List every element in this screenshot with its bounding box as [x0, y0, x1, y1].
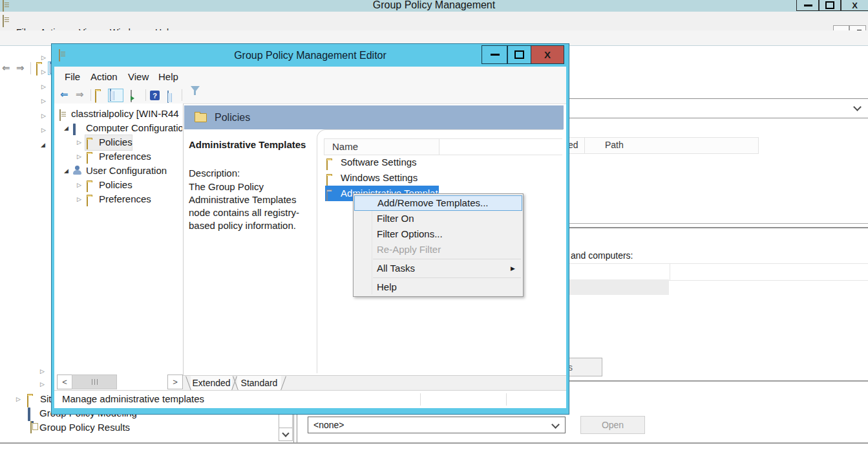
tree-expand-icon[interactable]: ▷	[41, 127, 46, 133]
tree-expand-icon[interactable]: ▷	[41, 54, 46, 61]
tree-node-preferences-user[interactable]: ▷ Preferences	[54, 192, 182, 206]
tree-root-node[interactable]: classtrialpolicy [WIN-R44	[54, 107, 182, 121]
menu-action[interactable]: Action	[88, 67, 120, 87]
menu-item-all-tasks[interactable]: All Tasks▶	[354, 261, 523, 276]
tree-expand-icon[interactable]: ▷	[40, 381, 45, 387]
export-list-icon[interactable]	[131, 90, 132, 102]
tree-expand-icon[interactable]: ▷	[77, 196, 81, 202]
tree-collapse-icon[interactable]: ◢	[64, 125, 69, 131]
description-line: based policy information.	[189, 219, 296, 232]
scrollbar-down-button[interactable]	[279, 428, 293, 441]
partial-button[interactable]: s	[565, 358, 602, 376]
column-header-blank[interactable]	[438, 138, 562, 155]
editor-menubar: File Action View Help	[54, 67, 566, 87]
main-menubar: File Action View Window Help	[0, 12, 868, 31]
editor-minimize-button[interactable]	[482, 45, 508, 64]
filter-icon[interactable]	[191, 86, 200, 103]
scrollbar-thumb[interactable]	[72, 375, 117, 389]
main-maximize-button[interactable]	[818, 0, 842, 11]
help-icon[interactable]: ?	[150, 91, 160, 100]
tree-expand-icon[interactable]: ▷	[77, 153, 81, 160]
tree-node-computer-configuration[interactable]: ◢ Computer Configuration	[54, 121, 182, 135]
menu-item-filter-options[interactable]: Filter Options...	[354, 226, 523, 242]
filtering-table-header	[569, 263, 868, 281]
open-button[interactable]: Open	[580, 416, 645, 434]
tree-expand-icon[interactable]: ▷	[41, 113, 46, 119]
menu-item-label: Re-Apply Filter	[377, 244, 441, 255]
chevron-down-icon	[551, 420, 560, 429]
main-titlebar[interactable]: Group Policy Management X	[0, 0, 868, 12]
tree-node-label: Policies	[99, 135, 132, 149]
editor-client-area: File Action View Help ⇐ ⇒ ? classtrialpo…	[54, 67, 566, 407]
folder-icon	[326, 191, 328, 201]
tab-slant	[281, 376, 286, 391]
tree-expand-icon[interactable]: ▷	[40, 368, 45, 375]
menu-item-add-remove-templates[interactable]: Add/Remove Templates...	[354, 195, 522, 211]
tree-node-label: Preferences	[99, 149, 151, 164]
folder-icon	[326, 175, 328, 186]
tree-expand-icon[interactable]: ▷	[16, 396, 21, 402]
show-console-tree-button[interactable]	[108, 89, 123, 102]
folder-icon	[87, 139, 88, 149]
main-minimize-button[interactable]	[796, 0, 820, 11]
back-icon[interactable]: ⇐	[2, 63, 10, 73]
back-icon[interactable]: ⇐	[60, 89, 69, 100]
result-pane-title: Policies	[215, 112, 250, 124]
scrollbar-right-button[interactable]: >	[167, 375, 183, 389]
forward-icon[interactable]: ⇒	[16, 63, 25, 73]
editor-close-button[interactable]: X	[531, 45, 564, 64]
tab-standard[interactable]: Standard	[237, 376, 281, 390]
up-one-level-icon[interactable]	[95, 91, 96, 103]
toolbar-separator	[90, 89, 91, 101]
console-window-icon	[50, 61, 51, 74]
scrollbar-left-button[interactable]: <	[57, 375, 72, 389]
submenu-arrow-icon: ▶	[511, 261, 515, 276]
folder-icon	[87, 153, 88, 164]
close-icon: X	[852, 1, 858, 10]
menu-help[interactable]: Help	[156, 67, 181, 87]
list-item-windows-settings[interactable]: Windows Settings	[317, 170, 563, 186]
computer-icon	[73, 124, 76, 135]
gp-results-icon	[30, 421, 32, 433]
new-window-icon[interactable]	[167, 91, 169, 103]
up-one-level-icon[interactable]	[36, 63, 37, 76]
menu-item-label: Filter On	[377, 213, 414, 224]
sidebar-item-gp-results[interactable]: Group Policy Results	[39, 422, 130, 433]
chevron-down-icon	[853, 103, 862, 111]
menu-view[interactable]: View	[125, 67, 151, 87]
column-header-path[interactable]: Path	[605, 140, 624, 150]
editor-maximize-button[interactable]	[507, 45, 532, 64]
column-divider[interactable]	[584, 138, 585, 153]
tree-node-preferences[interactable]: ▷ Preferences	[54, 149, 182, 164]
filtering-table-row[interactable]	[569, 279, 669, 295]
list-item-software-settings[interactable]: Software Settings	[317, 155, 563, 170]
tree-collapse-icon[interactable]: ◢	[41, 142, 45, 148]
divider	[559, 223, 868, 224]
tree-node-user-configuration[interactable]: ◢ User Configuration	[54, 164, 182, 178]
list-item-label: Software Settings	[341, 155, 417, 170]
menu-file[interactable]: File	[62, 67, 83, 87]
toolbar-separator	[30, 62, 31, 74]
scrollbar-thumb[interactable]	[279, 413, 293, 428]
editor-status-bar: Manage administrative templates	[54, 390, 566, 408]
column-header-name[interactable]: Name	[324, 138, 439, 155]
wmi-filter-dropdown[interactable]: <none>	[308, 417, 566, 433]
column-header-linked[interactable]: ed	[568, 140, 578, 150]
tree-node-policies[interactable]: ▷ Policies	[54, 135, 182, 149]
menu-item-filter-on[interactable]: Filter On	[354, 211, 523, 226]
tree-expand-icon[interactable]: ▷	[77, 139, 81, 146]
main-close-button[interactable]: X	[840, 0, 868, 11]
tree-node-policies-user[interactable]: ▷ Policies	[54, 178, 182, 192]
tree-expand-icon[interactable]: ▷	[41, 83, 46, 90]
column-divider	[670, 264, 670, 280]
menu-item-reapply-filter: Re-Apply Filter	[354, 242, 523, 257]
menu-item-help[interactable]: Help	[354, 279, 523, 295]
tree-expand-icon[interactable]: ▷	[41, 69, 46, 75]
menu-separator	[373, 277, 521, 278]
tab-extended[interactable]: Extended	[191, 376, 232, 390]
tree-expand-icon[interactable]: ▷	[41, 98, 46, 104]
forward-icon[interactable]: ⇒	[76, 89, 84, 100]
menu-item-label: Add/Remove Templates...	[377, 197, 488, 208]
tree-expand-icon[interactable]: ▷	[77, 182, 81, 188]
tree-collapse-icon[interactable]: ◢	[64, 168, 69, 174]
